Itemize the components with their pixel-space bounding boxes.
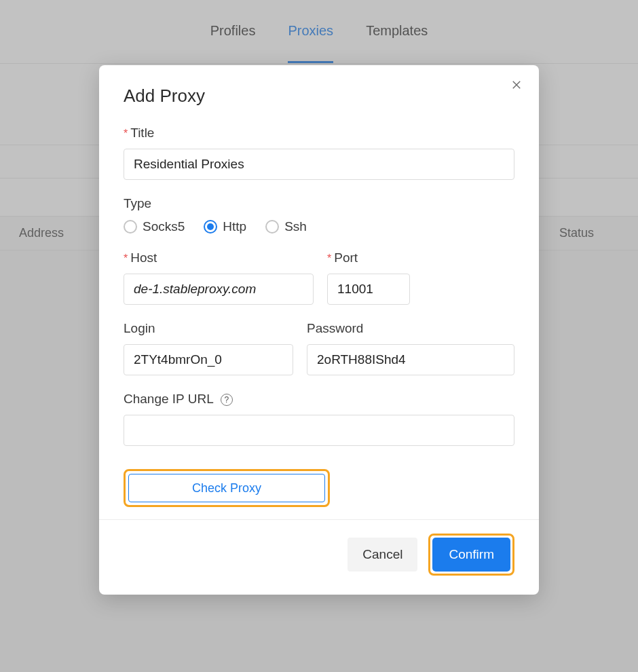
add-proxy-modal: Add Proxy *Title Type Socks5 Http Ssh *H…	[99, 65, 539, 595]
field-type: Type Socks5 Http Ssh	[124, 196, 514, 234]
check-proxy-button[interactable]: Check Proxy	[128, 474, 325, 502]
field-title: *Title	[124, 126, 514, 180]
required-marker: *	[327, 253, 331, 264]
close-icon[interactable]	[510, 79, 523, 91]
cancel-button[interactable]: Cancel	[348, 538, 417, 572]
host-input[interactable]	[124, 274, 314, 305]
check-proxy-highlight: Check Proxy	[124, 469, 330, 507]
confirm-highlight: Confirm	[428, 534, 514, 576]
confirm-button[interactable]: Confirm	[432, 538, 510, 572]
radio-http[interactable]: Http	[204, 219, 246, 234]
login-input[interactable]	[124, 344, 293, 375]
required-marker: *	[124, 253, 128, 264]
row-host-port: *Host *Port	[124, 250, 514, 305]
help-icon[interactable]: ?	[221, 394, 233, 406]
password-input[interactable]	[307, 344, 514, 375]
login-label: Login	[124, 321, 155, 336]
change-ip-url-label: Change IP URL	[124, 392, 214, 407]
port-label: Port	[334, 250, 358, 265]
modal-title: Add Proxy	[124, 86, 514, 107]
change-ip-url-input[interactable]	[124, 415, 514, 446]
radio-ssh[interactable]: Ssh	[265, 219, 307, 234]
radio-socks5[interactable]: Socks5	[124, 219, 185, 234]
port-input[interactable]	[327, 274, 410, 305]
host-label: Host	[130, 250, 157, 265]
password-label: Password	[307, 321, 363, 336]
modal-footer: Cancel Confirm	[99, 519, 539, 595]
row-login-password: Login Password	[124, 321, 514, 375]
title-input[interactable]	[124, 149, 514, 180]
modal-overlay: Add Proxy *Title Type Socks5 Http Ssh *H…	[0, 0, 638, 672]
required-marker: *	[124, 128, 128, 139]
title-label: Title	[130, 126, 154, 141]
type-label: Type	[124, 196, 151, 211]
field-change-ip-url: Change IP URL ?	[124, 392, 514, 446]
